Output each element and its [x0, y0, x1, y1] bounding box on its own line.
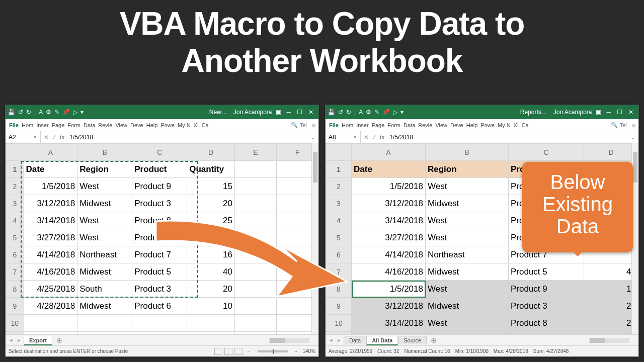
gear-icon[interactable]: ⚙ [46, 109, 51, 116]
cell[interactable]: 1/5/2018 [24, 178, 77, 195]
ribbon-tab-data[interactable]: Data [82, 122, 97, 128]
cell[interactable]: 40 [584, 263, 638, 281]
sheet-tab[interactable]: Source [398, 336, 427, 344]
col-header[interactable]: E [235, 144, 277, 161]
row-header[interactable]: 10 [326, 315, 352, 332]
col-header[interactable]: B [426, 144, 509, 161]
cell[interactable]: Product 7 [132, 246, 187, 263]
cell[interactable]: Product 1 [132, 229, 187, 246]
ribbon-tab-data[interactable]: Data [402, 122, 417, 128]
search-icon[interactable]: 🔍 [611, 122, 618, 128]
cell[interactable]: Region [77, 161, 132, 178]
sheet-tab[interactable]: Data [344, 336, 366, 344]
formula-value[interactable]: 1/5/2018 [67, 134, 307, 141]
fx-label[interactable]: fx [60, 134, 64, 141]
cell[interactable]: 14 [584, 332, 638, 335]
ribbon-display-icon[interactable]: ▣ [276, 109, 281, 116]
cell[interactable]: Midwest [426, 195, 509, 212]
ribbon-tab-view[interactable]: View [114, 122, 129, 128]
ribbon-tab-form[interactable]: Form [66, 122, 82, 128]
search-icon[interactable]: 🔍 [291, 122, 298, 128]
cell[interactable]: 15 [584, 281, 638, 298]
cell[interactable]: 1/5/2018 [352, 281, 426, 298]
select-all-cell[interactable] [326, 144, 352, 161]
tell-me[interactable]: Tel [620, 122, 627, 128]
cell[interactable]: 3/12/2018 [352, 195, 426, 212]
add-sheet-button[interactable]: ⊕ [53, 336, 65, 344]
cell[interactable]: Product 3 [509, 298, 584, 315]
feedback-icon[interactable]: ☺ [311, 122, 316, 128]
row-header[interactable]: 8 [326, 281, 352, 298]
cell[interactable]: 10 [187, 298, 235, 315]
row-header[interactable]: 11 [326, 332, 352, 335]
cell[interactable]: 4/28/2018 [24, 298, 77, 315]
tell-me[interactable]: Tel [300, 122, 307, 128]
cancel-icon[interactable]: ✕ [364, 134, 369, 141]
maximize-button[interactable]: ☐ [297, 109, 302, 116]
sheet-nav-prev[interactable]: ◂ [328, 337, 335, 343]
cell[interactable]: Product 8 [132, 212, 187, 229]
row-header[interactable]: 3 [326, 195, 352, 212]
expand-formula-icon[interactable]: ⌄ [307, 134, 318, 141]
cell[interactable]: 20 [187, 281, 235, 298]
cell[interactable] [187, 229, 235, 246]
cell[interactable]: 4/16/2018 [24, 263, 77, 281]
zoom-in[interactable]: + [295, 348, 298, 354]
cell[interactable]: 1/5/2018 [352, 178, 426, 195]
cell[interactable]: Date [352, 161, 426, 178]
row-header[interactable]: 5 [6, 229, 24, 246]
formula-value[interactable]: 1/5/2018 [387, 134, 627, 141]
ribbon-tab-my n[interactable]: My N [176, 122, 192, 128]
col-header[interactable]: A [24, 144, 77, 161]
ribbon-tab-revie[interactable]: Revie [417, 122, 434, 128]
sheet-nav-next[interactable]: ▸ [336, 337, 343, 343]
qat-icon[interactable]: A [39, 109, 43, 116]
cell[interactable]: 3/14/2018 [352, 315, 426, 332]
cell[interactable]: 15 [187, 178, 235, 195]
ribbon-tab-file[interactable]: File [8, 122, 20, 128]
cell[interactable]: 3/14/2018 [352, 212, 426, 229]
cell[interactable]: 16 [187, 246, 235, 263]
expand-formula-icon[interactable]: ⌄ [627, 134, 638, 141]
pointer-icon[interactable]: ▷ [73, 109, 77, 116]
cancel-icon[interactable]: ✕ [44, 134, 49, 141]
cell[interactable]: West [426, 315, 509, 332]
cell[interactable]: Date [24, 161, 77, 178]
select-all-cell[interactable] [6, 144, 24, 161]
row-header[interactable]: 2 [326, 178, 352, 195]
cell[interactable]: 3/27/2018 [352, 332, 426, 335]
row-header[interactable]: 1 [6, 161, 24, 178]
row-header[interactable]: 3 [6, 195, 24, 212]
save-icon[interactable]: 💾 [8, 109, 15, 116]
row-header[interactable]: 1 [326, 161, 352, 178]
cell[interactable]: 25 [584, 315, 638, 332]
undo-icon[interactable]: ↺ [338, 109, 343, 116]
ribbon-tab-page[interactable]: Page [370, 122, 386, 128]
row-header[interactable]: 10 [6, 315, 24, 332]
row-header[interactable]: 11 [6, 332, 24, 335]
save-icon[interactable]: 💾 [328, 109, 335, 116]
cell[interactable]: Midwest [426, 263, 509, 281]
row-header[interactable]: 2 [6, 178, 24, 195]
ribbon-tab-xl ca[interactable]: XL Ca [192, 122, 210, 128]
cell[interactable]: Product 8 [509, 315, 584, 332]
cell[interactable]: Midwest [77, 298, 132, 315]
cell[interactable]: Product 1 [509, 332, 584, 335]
cell[interactable]: 25 [187, 212, 235, 229]
worksheet-grid[interactable]: ABCDEF1DateRegionProductQuantity21/5/201… [6, 143, 318, 334]
col-header[interactable]: C [132, 144, 187, 161]
cell[interactable]: West [426, 229, 509, 246]
col-header[interactable]: D [584, 144, 638, 161]
col-header[interactable]: B [77, 144, 132, 161]
ribbon-tab-deve[interactable]: Deve [129, 122, 145, 128]
cell[interactable]: Midwest [77, 263, 132, 281]
feedback-icon[interactable]: ☺ [631, 122, 636, 128]
redo-icon[interactable]: ↻ [346, 109, 351, 116]
cell[interactable]: West [426, 212, 509, 229]
cell[interactable]: West [426, 281, 509, 298]
cell[interactable]: Region [426, 161, 509, 178]
ribbon-tab-my n[interactable]: My N [496, 122, 512, 128]
brush-icon[interactable]: ✎ [374, 109, 379, 116]
cell[interactable]: South [77, 281, 132, 298]
qat-icon[interactable]: A [359, 109, 363, 116]
